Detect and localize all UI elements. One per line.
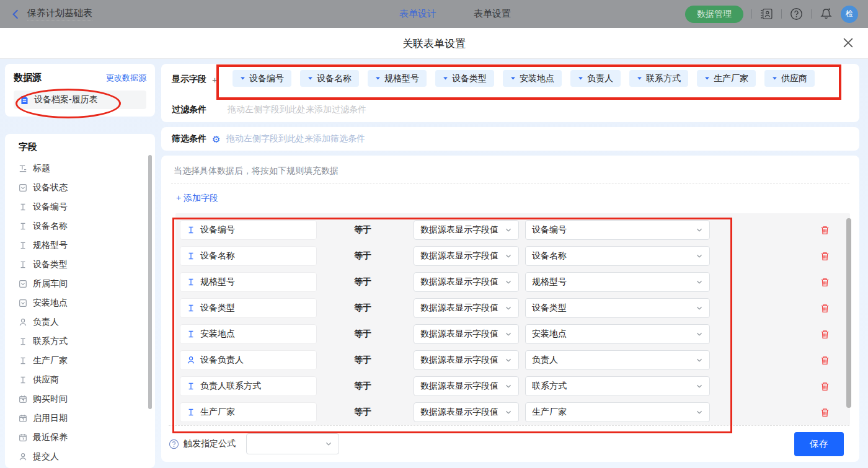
rule-target-select[interactable]: 联系方式 xyxy=(525,376,710,396)
sidebar-field-item[interactable]: 设备类型 xyxy=(19,255,155,274)
sift-condition-dropzone[interactable]: 筛选条件 ⚙ 拖动左侧字段到此处来添加筛选条件 xyxy=(161,127,859,151)
rule-source-select[interactable]: 数据源表显示字段值 xyxy=(414,350,519,370)
sidebar-field-item[interactable]: 标题 xyxy=(19,159,155,178)
display-field-chip[interactable]: 设备名称 xyxy=(300,70,359,87)
rule-source-select[interactable]: 数据源表显示字段值 xyxy=(414,220,519,240)
add-display-field-button[interactable]: + xyxy=(212,74,218,85)
trash-icon[interactable] xyxy=(820,277,830,288)
rule-source-select[interactable]: 数据源表显示字段值 xyxy=(414,376,519,396)
rule-source-select[interactable]: 数据源表显示字段值 xyxy=(414,298,519,318)
tab-form-design[interactable]: 表单设计 xyxy=(399,8,436,20)
trash-icon[interactable] xyxy=(820,355,830,366)
display-field-chip[interactable]: 安装地点 xyxy=(503,70,562,87)
display-field-chip[interactable]: 负责人 xyxy=(570,70,621,87)
sidebar-field-item[interactable]: 提交人 xyxy=(19,447,155,466)
trash-icon[interactable] xyxy=(820,303,830,314)
form-name[interactable]: 保养计划基础表 xyxy=(27,7,92,21)
sidebar-field-item[interactable]: 负责人 xyxy=(19,312,155,332)
rule-field-box[interactable]: 设备类型 xyxy=(180,298,317,318)
select-field-icon xyxy=(19,299,27,307)
sidebar-field-item[interactable]: 设备状态 xyxy=(19,178,155,197)
back-icon[interactable] xyxy=(10,9,21,20)
display-field-chip[interactable]: 生产厂家 xyxy=(697,70,756,87)
rule-target-value: 规格型号 xyxy=(532,276,567,288)
rule-target-select[interactable]: 设备编号 xyxy=(525,220,710,240)
sidebar-field-item[interactable]: 设备编号 xyxy=(19,197,155,216)
add-field-link[interactable]: + 添加字段 xyxy=(176,193,218,204)
rules-scrollbar[interactable] xyxy=(846,218,851,408)
sidebar-field-item[interactable]: 最近保养 xyxy=(19,428,155,447)
rule-target-select[interactable]: 生产厂家 xyxy=(525,402,710,422)
text-field-icon xyxy=(19,260,27,269)
trash-icon[interactable] xyxy=(820,381,830,392)
datasource-item[interactable]: 设备档案-履历表 xyxy=(14,91,146,109)
rule-target-select[interactable]: 规格型号 xyxy=(525,272,710,292)
display-field-chip[interactable]: 规格型号 xyxy=(368,70,427,87)
rule-field-box[interactable]: 设备编号 xyxy=(180,220,317,240)
display-field-chip[interactable]: 供应商 xyxy=(764,70,815,87)
rule-field-box[interactable]: 生产厂家 xyxy=(180,402,317,422)
display-field-chip[interactable]: 设备编号 xyxy=(232,70,291,87)
rule-target-select[interactable]: 设备类型 xyxy=(525,298,710,318)
sidebar-field-item[interactable]: 联系方式 xyxy=(19,332,155,351)
data-manage-button[interactable]: 数据管理 xyxy=(685,6,743,23)
sidebar-field-item[interactable]: 购买时间 xyxy=(19,389,155,408)
field-list: 标题设备状态设备编号设备名称规格型号设备类型所属车间安装地点负责人联系方式生产厂… xyxy=(19,159,155,466)
display-field-chip[interactable]: 联系方式 xyxy=(629,70,688,87)
rule-target-select[interactable]: 安装地点 xyxy=(525,324,710,344)
rule-target-value: 生产厂家 xyxy=(532,407,567,418)
trash-icon[interactable] xyxy=(820,329,830,340)
sidebar-field-item[interactable]: 所属车间 xyxy=(19,274,155,293)
trash-icon[interactable] xyxy=(820,225,830,236)
tab-form-settings[interactable]: 表单设置 xyxy=(474,8,511,20)
filter-condition-dropzone[interactable]: 过滤条件 拖动左侧字段到此处来添加过滤条件 xyxy=(172,103,206,117)
avatar[interactable]: 检 xyxy=(841,6,858,23)
rule-field-box[interactable]: 规格型号 xyxy=(180,272,317,292)
rule-row: 规格型号等于数据源表显示字段值规格型号 xyxy=(175,269,850,295)
rule-source-value: 数据源表显示字段值 xyxy=(420,224,498,236)
rule-source-select[interactable]: 数据源表显示字段值 xyxy=(414,272,519,292)
rule-source-select[interactable]: 数据源表显示字段值 xyxy=(414,402,519,422)
trash-icon[interactable] xyxy=(820,251,830,262)
rule-operator: 等于 xyxy=(354,224,396,236)
sidebar-field-item[interactable]: 启用日期 xyxy=(19,408,155,428)
caret-down-icon xyxy=(240,76,246,81)
chevron-down-icon xyxy=(505,382,512,390)
rule-target-value: 安装地点 xyxy=(532,329,567,340)
modal-title: 关联表单设置 xyxy=(0,37,868,51)
help-circle-icon[interactable] xyxy=(169,439,179,449)
rule-field-box[interactable]: 设备负责人 xyxy=(180,350,317,370)
rule-target-select[interactable]: 负责人 xyxy=(525,350,710,370)
display-field-chip[interactable]: 设备类型 xyxy=(435,70,494,87)
help-icon[interactable] xyxy=(790,7,803,20)
change-datasource-link[interactable]: 更改数据源 xyxy=(106,73,146,84)
sidebar-field-label: 最近保养 xyxy=(33,432,68,443)
chevron-down-icon xyxy=(325,440,332,448)
bell-icon[interactable] xyxy=(820,7,833,20)
rule-target-value: 设备名称 xyxy=(532,250,567,262)
sidebar-field-item[interactable]: 设备名称 xyxy=(19,216,155,236)
sidebar-field-item[interactable]: 供应商 xyxy=(19,370,155,389)
save-button[interactable]: 保存 xyxy=(794,432,844,456)
chip-label: 设备名称 xyxy=(317,73,352,84)
rule-field-box[interactable]: 设备名称 xyxy=(180,246,317,266)
fields-scrollbar[interactable] xyxy=(148,155,152,409)
rule-field-box[interactable]: 安装地点 xyxy=(180,324,317,344)
doc-icon xyxy=(20,95,29,105)
sidebar-field-item[interactable]: 生产厂家 xyxy=(19,351,155,370)
text-field-icon xyxy=(187,278,195,286)
sidebar-field-item[interactable]: 安装地点 xyxy=(19,293,155,312)
rule-field-box[interactable]: 负责人联系方式 xyxy=(180,376,317,396)
chevron-down-icon xyxy=(505,252,512,260)
sidebar-field-item[interactable]: 规格型号 xyxy=(19,236,155,255)
sidebar-field-label: 所属车间 xyxy=(33,278,68,289)
rule-source-select[interactable]: 数据源表显示字段值 xyxy=(414,324,519,344)
rule-operator: 等于 xyxy=(354,329,396,340)
contacts-icon[interactable] xyxy=(760,7,773,20)
trigger-formula-select[interactable] xyxy=(246,433,339,454)
gear-icon[interactable]: ⚙ xyxy=(212,135,221,144)
rule-source-select[interactable]: 数据源表显示字段值 xyxy=(414,246,519,266)
rule-target-select[interactable]: 设备名称 xyxy=(525,246,710,266)
close-icon[interactable] xyxy=(842,37,854,49)
trash-icon[interactable] xyxy=(820,407,830,418)
